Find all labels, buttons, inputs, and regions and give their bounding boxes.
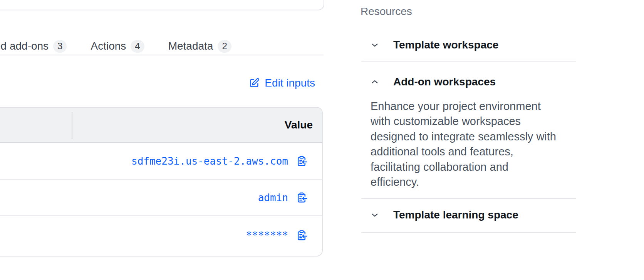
row-value-hostname: sdfme23i.us-east-2.aws.com	[131, 155, 288, 167]
edit-pencil-icon	[249, 78, 260, 88]
accordion-template-workspace[interactable]: Template workspace	[371, 39, 498, 51]
description-line: Enhance your project environment	[371, 99, 571, 114]
tab-bar: ed add-ons 3 Actions 4 Metadata 2	[0, 37, 231, 55]
add-on-workspaces-description: Enhance your project environment with cu…	[371, 99, 571, 190]
section-divider	[361, 198, 576, 199]
tab-bar-divider	[0, 55, 324, 55]
tab-actions-label: Actions	[91, 40, 126, 52]
tab-add-ons-label: ed add-ons	[0, 40, 49, 52]
tab-add-ons[interactable]: ed add-ons 3	[0, 40, 67, 53]
table-row: sdfme23i.us-east-2.aws.com	[0, 143, 322, 180]
edit-inputs-button[interactable]: Edit inputs	[249, 77, 315, 89]
description-line: additional tools and features,	[371, 144, 571, 159]
description-line: with customizable workspaces	[371, 114, 571, 129]
tab-actions[interactable]: Actions 4	[91, 40, 144, 53]
accordion-title: Template learning space	[393, 209, 518, 221]
description-line: facilitating collaboration and	[371, 160, 571, 175]
tab-metadata-label: Metadata	[168, 40, 213, 52]
accordion-add-on-workspaces[interactable]: Add-on workspaces	[371, 76, 496, 88]
clipboard-copy-icon	[296, 192, 307, 203]
clipboard-copy-icon	[296, 155, 307, 167]
description-line: efficiency.	[371, 175, 571, 190]
copy-button[interactable]	[296, 230, 307, 241]
row-value-password-masked: *******	[246, 230, 288, 241]
tab-add-ons-count-badge: 3	[53, 40, 67, 53]
tab-metadata-count-badge: 2	[218, 40, 231, 53]
chevron-down-icon	[371, 211, 379, 219]
section-divider	[361, 61, 576, 62]
inputs-table: Value sdfme23i.us-east-2.aws.com admin	[0, 107, 323, 257]
copy-button[interactable]	[296, 155, 307, 167]
edit-inputs-row: Edit inputs	[0, 77, 323, 89]
section-divider	[361, 232, 576, 233]
clipboard-copy-icon	[296, 230, 307, 241]
table-row: *******	[0, 216, 322, 254]
accordion-title: Add-on workspaces	[393, 76, 496, 88]
row-value-username: admin	[258, 192, 288, 203]
upper-card-edge	[0, 0, 324, 10]
tab-metadata[interactable]: Metadata 2	[168, 40, 231, 53]
copy-button[interactable]	[296, 192, 307, 203]
edit-inputs-label: Edit inputs	[265, 77, 315, 89]
chevron-up-icon	[371, 78, 379, 86]
tab-actions-count-badge: 4	[131, 40, 144, 53]
resources-heading: Resources	[361, 5, 412, 18]
chevron-down-icon	[371, 41, 379, 49]
description-line: designed to integrate seamlessly with	[371, 129, 571, 144]
table-row: admin	[0, 180, 322, 216]
table-header-row: Value	[0, 108, 322, 143]
value-column-header: Value	[285, 119, 313, 131]
screen: ed add-ons 3 Actions 4 Metadata 2 Edit i…	[0, 0, 644, 280]
accordion-title: Template workspace	[393, 39, 498, 51]
resources-panel: Resources Template workspace Add-on work…	[361, 0, 577, 280]
header-column-divider	[72, 112, 72, 139]
accordion-template-learning-space[interactable]: Template learning space	[371, 209, 518, 221]
